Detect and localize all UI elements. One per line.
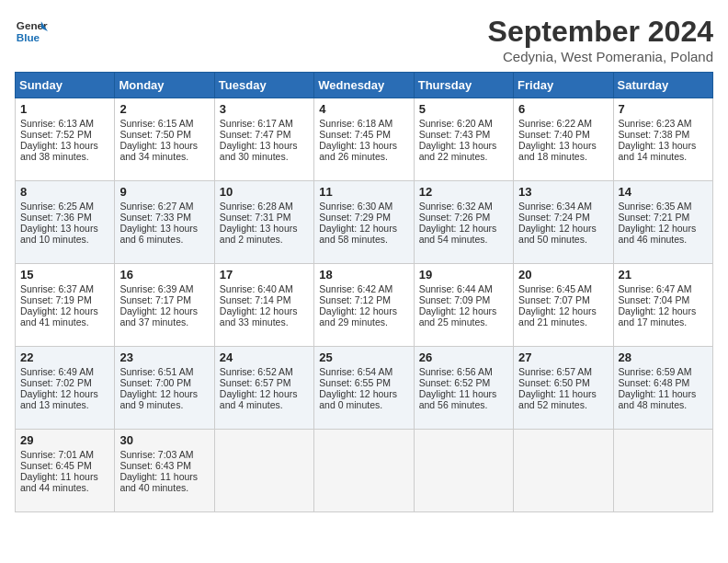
calendar-week-row: 1Sunrise: 6:13 AMSunset: 7:52 PMDaylight… — [16, 98, 713, 181]
day-number: 14 — [619, 185, 708, 199]
calendar-cell: 7Sunrise: 6:23 AMSunset: 7:38 PMDaylight… — [613, 98, 712, 181]
day-info-line: and 4 minutes. — [220, 399, 309, 410]
day-info-line: Sunset: 6:43 PM — [119, 460, 209, 471]
day-info-line: Daylight: 12 hours — [419, 223, 508, 234]
day-info-line: Sunset: 7:45 PM — [319, 129, 408, 140]
day-info-line: Daylight: 13 hours — [20, 223, 109, 234]
calendar-cell: 2Sunrise: 6:15 AMSunset: 7:50 PMDaylight… — [115, 98, 214, 181]
location-text: Cedynia, West Pomerania, Poland — [488, 49, 713, 64]
day-info-line: Daylight: 12 hours — [319, 305, 408, 316]
calendar-cell: 1Sunrise: 6:13 AMSunset: 7:52 PMDaylight… — [16, 98, 115, 181]
day-info-line: Daylight: 11 hours — [619, 388, 708, 399]
calendar-cell: 6Sunrise: 6:22 AMSunset: 7:40 PMDaylight… — [514, 98, 613, 181]
calendar-cell: 21Sunrise: 6:47 AMSunset: 7:04 PMDayligh… — [613, 264, 712, 347]
day-info-line: Sunset: 6:52 PM — [419, 377, 508, 388]
calendar-cell: 22Sunrise: 6:49 AMSunset: 7:02 PMDayligh… — [16, 347, 115, 430]
day-number: 3 — [220, 102, 309, 116]
day-info-line: and 22 minutes. — [419, 151, 508, 162]
svg-text:Blue: Blue — [17, 31, 40, 43]
day-info-line: and 52 minutes. — [518, 399, 608, 410]
day-info-line: Sunset: 7:19 PM — [20, 294, 109, 305]
day-info-line: and 13 minutes. — [20, 399, 109, 410]
day-info-line: Sunrise: 6:17 AM — [220, 118, 309, 129]
calendar-cell: 9Sunrise: 6:27 AMSunset: 7:33 PMDaylight… — [115, 181, 214, 264]
day-info-line: Sunset: 6:45 PM — [20, 460, 109, 471]
day-info-line: and 56 minutes. — [419, 399, 508, 410]
calendar-cell — [414, 430, 513, 512]
day-info-line: and 58 minutes. — [319, 234, 408, 245]
day-number: 17 — [220, 268, 309, 282]
day-info-line: Sunset: 7:02 PM — [20, 377, 109, 388]
day-info-line: and 37 minutes. — [119, 316, 209, 327]
weekday-header-thursday: Thursday — [414, 73, 513, 98]
day-number: 21 — [619, 268, 708, 282]
day-info-line: Daylight: 13 hours — [119, 140, 209, 151]
day-info-line: Sunrise: 6:45 AM — [518, 283, 608, 294]
calendar-cell: 18Sunrise: 6:42 AMSunset: 7:12 PMDayligh… — [314, 264, 414, 347]
day-info-line: Daylight: 12 hours — [518, 223, 608, 234]
day-number: 4 — [319, 102, 408, 116]
day-info-line: Daylight: 12 hours — [220, 305, 309, 316]
page-header: General Blue September 2024 Cedynia, Wes… — [15, 15, 713, 64]
day-info-line: Sunset: 7:43 PM — [419, 129, 508, 140]
calendar-cell: 19Sunrise: 6:44 AMSunset: 7:09 PMDayligh… — [414, 264, 513, 347]
day-number: 15 — [20, 268, 109, 282]
day-info-line: Sunrise: 6:13 AM — [20, 118, 109, 129]
day-info-line: Sunset: 7:52 PM — [20, 129, 109, 140]
day-number: 25 — [319, 350, 408, 364]
day-number: 23 — [119, 350, 209, 364]
day-info-line: and 2 minutes. — [220, 234, 309, 245]
day-info-line: Sunset: 7:14 PM — [220, 294, 309, 305]
day-info-line: Sunset: 7:09 PM — [419, 294, 508, 305]
day-info-line: Sunset: 6:50 PM — [518, 377, 608, 388]
weekday-header-saturday: Saturday — [613, 73, 712, 98]
day-info-line: and 6 minutes. — [119, 234, 209, 245]
calendar-cell — [514, 430, 613, 512]
day-info-line: and 33 minutes. — [220, 316, 309, 327]
day-info-line: Sunset: 6:55 PM — [319, 377, 408, 388]
day-info-line: Sunrise: 6:22 AM — [518, 118, 608, 129]
day-info-line: Sunset: 7:17 PM — [119, 294, 209, 305]
calendar-cell: 3Sunrise: 6:17 AMSunset: 7:47 PMDaylight… — [214, 98, 313, 181]
day-info-line: Daylight: 11 hours — [518, 388, 608, 399]
calendar-week-row: 29Sunrise: 7:01 AMSunset: 6:45 PMDayligh… — [16, 430, 713, 512]
day-info-line: Daylight: 12 hours — [518, 305, 608, 316]
day-number: 6 — [518, 102, 608, 116]
day-info-line: and 50 minutes. — [518, 234, 608, 245]
day-info-line: and 10 minutes. — [20, 234, 109, 245]
calendar-cell: 16Sunrise: 6:39 AMSunset: 7:17 PMDayligh… — [115, 264, 214, 347]
day-info-line: and 30 minutes. — [220, 151, 309, 162]
calendar-cell: 26Sunrise: 6:56 AMSunset: 6:52 PMDayligh… — [414, 347, 513, 430]
day-info-line: Daylight: 12 hours — [319, 388, 408, 399]
day-info-line: Sunset: 7:29 PM — [319, 212, 408, 223]
day-number: 28 — [619, 350, 708, 364]
day-number: 16 — [119, 268, 209, 282]
day-info-line: Sunrise: 6:52 AM — [220, 366, 309, 377]
calendar-cell: 24Sunrise: 6:52 AMSunset: 6:57 PMDayligh… — [214, 347, 313, 430]
day-info-line: and 34 minutes. — [119, 151, 209, 162]
day-number: 7 — [619, 102, 708, 116]
day-info-line: Sunset: 7:36 PM — [20, 212, 109, 223]
day-info-line: Daylight: 13 hours — [20, 140, 109, 151]
day-info-line: and 21 minutes. — [518, 316, 608, 327]
day-info-line: Sunset: 7:50 PM — [119, 129, 209, 140]
day-info-line: Sunrise: 6:59 AM — [619, 366, 708, 377]
weekday-header-tuesday: Tuesday — [214, 73, 313, 98]
calendar-cell: 15Sunrise: 6:37 AMSunset: 7:19 PMDayligh… — [16, 264, 115, 347]
calendar-cell: 10Sunrise: 6:28 AMSunset: 7:31 PMDayligh… — [214, 181, 313, 264]
day-info-line: and 26 minutes. — [319, 151, 408, 162]
calendar-week-row: 22Sunrise: 6:49 AMSunset: 7:02 PMDayligh… — [16, 347, 713, 430]
calendar-week-row: 15Sunrise: 6:37 AMSunset: 7:19 PMDayligh… — [16, 264, 713, 347]
day-info-line: Sunrise: 6:49 AM — [20, 366, 109, 377]
day-number: 8 — [20, 185, 109, 199]
logo-icon: General Blue — [15, 15, 48, 48]
day-number: 19 — [419, 268, 508, 282]
day-number: 20 — [518, 268, 608, 282]
day-info-line: Daylight: 13 hours — [518, 140, 608, 151]
day-info-line: and 46 minutes. — [619, 234, 708, 245]
day-info-line: and 48 minutes. — [619, 399, 708, 410]
calendar-cell — [613, 430, 712, 512]
day-info-line: Daylight: 12 hours — [619, 223, 708, 234]
day-info-line: Sunset: 7:47 PM — [220, 129, 309, 140]
day-info-line: Sunrise: 6:42 AM — [319, 283, 408, 294]
